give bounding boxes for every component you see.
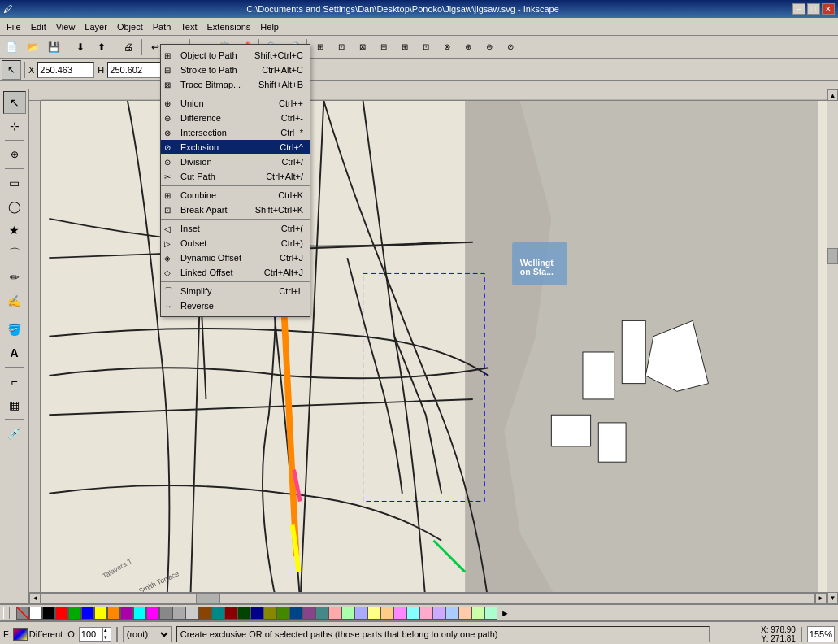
snap-btn1[interactable]: ⊞ (310, 37, 330, 57)
snap-btn7[interactable]: ⊗ (437, 37, 457, 57)
path-trace-bitmap[interactable]: ⊠ Trace Bitmap... Shift+Alt+B (161, 77, 310, 92)
connector-tool-btn[interactable]: ⌐ (3, 370, 26, 393)
scroll-right-button[interactable]: ► (815, 593, 827, 604)
layer-select[interactable]: (root) (123, 626, 172, 642)
scroll-left-button[interactable]: ◄ (29, 593, 41, 604)
palette-lightblue[interactable] (354, 607, 367, 620)
path-inset[interactable]: ◁ Inset Ctrl+( (161, 221, 310, 236)
opacity-input[interactable] (80, 628, 102, 641)
palette-lightyellow[interactable] (367, 607, 380, 620)
palette-limegreen[interactable] (276, 607, 289, 620)
palette-brown[interactable] (198, 607, 211, 620)
path-reverse[interactable]: ↔ Reverse (161, 298, 310, 313)
palette-gray[interactable] (159, 607, 172, 620)
color-transparent[interactable] (16, 607, 29, 620)
gradient-tool-btn[interactable]: ▦ (3, 394, 26, 416)
snap-btn10[interactable]: ⊘ (501, 37, 520, 57)
menu-path[interactable]: Path (148, 18, 176, 35)
opacity-up-btn[interactable]: ▲ (102, 627, 111, 634)
snap-btn8[interactable]: ⊕ (458, 37, 478, 57)
path-division[interactable]: ⊙ Division Ctrl+/ (161, 154, 310, 169)
palette-cadet[interactable] (315, 607, 328, 620)
scrollbar-thumb-v[interactable] (827, 248, 838, 264)
menu-text[interactable]: Text (176, 18, 202, 35)
palette-lightpurple[interactable] (393, 607, 406, 620)
menu-file[interactable]: File (2, 18, 26, 35)
zoom-display[interactable]: 155% (807, 626, 835, 642)
scroll-up-button[interactable]: ▲ (827, 89, 838, 101)
palette-lavender[interactable] (432, 607, 445, 620)
palette-lightgreen[interactable] (341, 607, 354, 620)
palette-yellow[interactable] (94, 607, 107, 620)
palette-plum[interactable] (302, 607, 315, 620)
rect-tool-btn[interactable]: ▭ (3, 172, 26, 194)
path-linked-offset[interactable]: ◇ Linked Offset Ctrl+Alt+J (161, 265, 310, 280)
palette-lightorange[interactable] (380, 607, 393, 620)
maximize-button[interactable]: □ (807, 3, 820, 15)
text-tool-btn[interactable]: A (3, 342, 26, 364)
menu-extensions[interactable]: Extensions (202, 18, 256, 35)
palette-lightred[interactable] (328, 607, 341, 620)
palette-teal[interactable] (211, 607, 224, 620)
path-break-apart[interactable]: ⊡ Break Apart Shift+Ctrl+K (161, 202, 310, 217)
select-tool[interactable]: ↖ (2, 60, 21, 80)
path-intersection[interactable]: ⊗ Intersection Ctrl+* (161, 125, 310, 140)
palette-cyan[interactable] (133, 607, 146, 620)
menu-object[interactable]: Object (112, 18, 148, 35)
palette-darkred[interactable] (224, 607, 237, 620)
palette-darkblue[interactable] (250, 607, 263, 620)
palette-babyblue[interactable] (445, 607, 458, 620)
main-canvas[interactable]: Wellingt on Sta... Talavera T Smith Terr… (41, 101, 827, 603)
palette-orange[interactable] (107, 607, 120, 620)
palette-lightgray[interactable] (172, 607, 185, 620)
palette-pink[interactable] (419, 607, 432, 620)
menu-layer[interactable]: Layer (80, 18, 112, 35)
path-dynamic-offset[interactable]: ◈ Dynamic Offset Ctrl+J (161, 250, 310, 265)
close-button[interactable]: ✕ (822, 3, 835, 15)
export-button[interactable]: ⬆ (92, 37, 111, 57)
fill-color-swatch[interactable] (13, 628, 28, 641)
import-button[interactable]: ⬇ (71, 37, 90, 57)
path-exclusion[interactable]: ⊘ Exclusion Ctrl+^ (161, 140, 310, 154)
snap-btn6[interactable]: ⊡ (416, 37, 436, 57)
menu-edit[interactable]: Edit (26, 18, 51, 35)
palette-aquamarine[interactable] (484, 607, 497, 620)
palette-red[interactable] (55, 607, 68, 620)
eyedropper-tool-btn[interactable]: 💉 (3, 422, 26, 445)
x-input[interactable] (37, 62, 94, 78)
scroll-down-button[interactable]: ▼ (827, 592, 838, 603)
palette-green[interactable] (68, 607, 81, 620)
snap-btn5[interactable]: ⊞ (395, 37, 415, 57)
path-object-to-path[interactable]: ⊞ Object to Path Shift+Ctrl+C (161, 48, 310, 63)
select-tool-btn[interactable]: ↖ (3, 91, 26, 114)
circle-tool-btn[interactable]: ◯ (3, 195, 26, 218)
new-button[interactable]: 📄 (2, 37, 21, 57)
snap-btn4[interactable]: ⊟ (374, 37, 393, 57)
path-stroke-to-path[interactable]: ⊟ Stroke to Path Ctrl+Alt+C (161, 63, 310, 77)
star-tool-btn[interactable]: ★ (3, 219, 26, 242)
palette-purple[interactable] (120, 607, 133, 620)
path-cut-path[interactable]: ✂ Cut Path Ctrl+Alt+/ (161, 169, 310, 184)
minimize-button[interactable]: ─ (792, 3, 805, 15)
palette-magenta[interactable] (146, 607, 159, 620)
bezier-tool-btn[interactable]: ⌒ (3, 242, 26, 265)
path-simplify[interactable]: ⌒ Simplify Ctrl+L (161, 284, 310, 298)
scrollbar-thumb-h[interactable] (196, 594, 220, 603)
path-difference[interactable]: ⊖ Difference Ctrl+- (161, 111, 310, 125)
opacity-down-btn[interactable]: ▼ (102, 634, 111, 642)
palette-mint[interactable] (471, 607, 484, 620)
save-button[interactable]: 💾 (44, 37, 63, 57)
path-combine[interactable]: ⊞ Combine Ctrl+K (161, 188, 310, 202)
open-button[interactable]: 📂 (23, 37, 42, 57)
palette-lightcyan[interactable] (406, 607, 419, 620)
node-tool-btn[interactable]: ⊹ (3, 115, 26, 137)
fill-tool-btn[interactable]: 🪣 (3, 318, 26, 341)
palette-steelblue[interactable] (289, 607, 302, 620)
print-button[interactable]: 🖨 (119, 37, 138, 57)
palette-darkgreen[interactable] (237, 607, 250, 620)
palette-peach[interactable] (458, 607, 471, 620)
palette-white[interactable] (29, 607, 42, 620)
palette-silver[interactable] (185, 607, 198, 620)
path-union[interactable]: ⊕ Union Ctrl++ (161, 96, 310, 111)
h-input[interactable] (107, 62, 164, 78)
